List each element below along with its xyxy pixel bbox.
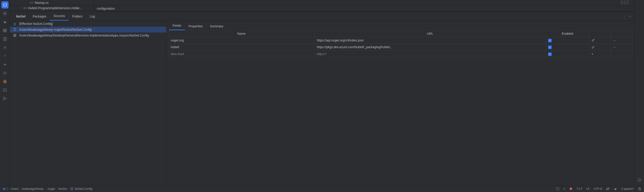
sync-icon — [13, 28, 16, 31]
services-tool-button[interactable] — [1, 35, 8, 43]
status-bar: ▣ / › Users › kwakuegyirbiney › .nuget ›… — [0, 185, 644, 192]
feed-url-cell[interactable]: https:// — [314, 51, 546, 58]
content-area: C# Startup.cs › C# Hubtel.ProgrammableSe… — [10, 0, 634, 185]
svg-rect-5 — [3, 29, 6, 30]
col-header-enabled: Enabled — [546, 31, 589, 37]
feed-enabled-checkbox[interactable]: ✓ — [548, 39, 552, 42]
svg-rect-7 — [3, 31, 6, 32]
config-file-icon — [70, 187, 73, 190]
lambda-icon[interactable]: λ — [564, 187, 565, 190]
feed-name-cell[interactable]: New feed — [168, 51, 314, 58]
feeds-tabstrip: Feeds Properties Summary — [166, 21, 634, 30]
svg-point-24 — [614, 188, 615, 189]
run-tool-button[interactable] — [1, 69, 8, 77]
encoding[interactable]: UTF-8 — [594, 187, 602, 190]
source-user-config[interactable]: /Users/kwakuegyirbiney/.nuget/NuGet/NuGe… — [10, 27, 166, 33]
source-label: [Effective NuGet.Config] — [19, 22, 53, 26]
copilot-status-icon[interactable] — [614, 187, 617, 191]
cursor-position[interactable]: 7:17 — [577, 187, 582, 190]
readonly-icon[interactable] — [606, 187, 610, 191]
csharp-project-icon: C# — [24, 7, 26, 10]
feed-name-cell[interactable]: hubtel — [168, 44, 314, 51]
nuget-tab-log[interactable]: Log — [86, 12, 98, 20]
status-ok-icon[interactable]: ✓ — [556, 187, 560, 191]
feeds-tab-summary[interactable]: Summary — [206, 22, 227, 30]
project-icon — [13, 34, 16, 37]
breadcrumb-item[interactable]: NuGet.Config — [75, 187, 92, 190]
breadcrumb-item[interactable]: / — [7, 187, 8, 190]
svg-rect-18 — [14, 34, 16, 37]
feed-url-cell[interactable]: https://api.nuget.org/v3/index.json — [314, 37, 546, 44]
source-project-config[interactable]: /Users/kwakuegyirbiney/Desktop/GeneralSe… — [10, 33, 166, 38]
feed-row[interactable]: nuget.org https://api.nuget.org/v3/index… — [168, 37, 632, 44]
feed-enabled-checkbox[interactable]: ✓ — [548, 52, 552, 56]
edit-icon[interactable] — [592, 39, 608, 42]
nuget-tab-folders[interactable]: Folders — [69, 12, 86, 20]
svg-point-13 — [4, 81, 5, 82]
feeds-tab-feeds[interactable]: Feeds — [169, 22, 185, 30]
breadcrumb-item[interactable]: Users — [11, 187, 18, 190]
remove-icon[interactable]: — — [613, 45, 616, 49]
breadcrumb-root-icon[interactable]: ▣ — [3, 187, 5, 190]
structure-tool-button[interactable] — [1, 27, 8, 34]
breadcrumb-item[interactable]: kwakuegyirbiney — [22, 187, 44, 190]
svg-point-2 — [4, 21, 5, 22]
svg-rect-9 — [5, 37, 6, 41]
minimap[interactable] — [620, 0, 634, 5]
settings-tool-button[interactable] — [1, 44, 8, 51]
chevron-right-icon: › — [45, 187, 46, 190]
project-tool-button[interactable] — [1, 1, 8, 9]
breadcrumb[interactable]: ▣ / › Users › kwakuegyirbiney › .nuget ›… — [3, 187, 92, 190]
feed-row[interactable]: hubtel https://pkgs.dev.azure.com/hubtel… — [168, 44, 632, 51]
tree-item-label: Hubtel.ProgrammableServices.Hollar... — [28, 6, 82, 10]
more-tool-button[interactable] — [1, 61, 8, 68]
indent-setting[interactable]: 2 spaces* — [621, 187, 634, 190]
chevron-right-icon: › — [56, 187, 57, 190]
error-shield-icon[interactable] — [569, 187, 573, 191]
line-ending[interactable]: LF — [586, 187, 590, 190]
edit-icon[interactable] — [592, 46, 608, 49]
svg-point-15 — [3, 97, 4, 98]
add-icon[interactable]: + — [592, 52, 593, 56]
problems-tool-button[interactable] — [1, 78, 8, 85]
vcs-tool-button[interactable] — [1, 95, 8, 102]
breadcrumb-item[interactable]: NuGet — [58, 187, 67, 190]
source-effective-config[interactable]: [Effective NuGet.Config] — [10, 21, 166, 27]
editor-tab-bar: C# Startup.cs — [10, 0, 634, 5]
download-icon — [13, 22, 16, 26]
feed-row-new[interactable]: New feed https:// ✓ + — [168, 51, 632, 58]
help-tool-button[interactable] — [1, 52, 8, 60]
breadcrumb-item[interactable]: .nuget — [47, 187, 55, 190]
col-header-url: URL — [314, 31, 546, 37]
svg-point-17 — [5, 98, 6, 99]
feed-name-cell[interactable]: nuget.org — [168, 37, 314, 44]
chevron-right-icon[interactable]: › — [22, 7, 22, 9]
editor-file-tab[interactable]: C# Startup.cs — [10, 0, 94, 5]
feed-enabled-checkbox[interactable]: ✓ — [548, 46, 552, 49]
editor-code-line[interactable]: configuration — [94, 5, 634, 12]
feed-url-cell[interactable]: https://pkgs.dev.azure.com/hubtel/_packa… — [314, 44, 546, 51]
svg-point-25 — [616, 188, 616, 189]
svg-point-3 — [5, 21, 6, 22]
svg-point-16 — [3, 99, 4, 100]
svg-point-20 — [638, 178, 641, 181]
remove-icon[interactable]: — — [613, 39, 616, 42]
minimize-panel-icon[interactable]: — — [628, 15, 632, 18]
feeds-tab-properties[interactable]: Properties — [185, 22, 206, 30]
svg-rect-14 — [3, 89, 6, 91]
more-options-icon[interactable]: ⋮ — [623, 15, 626, 18]
copilot-tool-button[interactable] — [1, 18, 8, 26]
nuget-tab-nuget[interactable]: NuGet — [12, 12, 29, 20]
svg-rect-26 — [614, 189, 616, 189]
commit-tool-button[interactable] — [1, 10, 8, 17]
svg-rect-21 — [71, 187, 73, 190]
terminal-tool-button[interactable] — [1, 86, 8, 94]
project-tree-row[interactable]: › C# Hubtel.ProgrammableServices.Hollar.… — [10, 5, 94, 11]
svg-point-22 — [71, 188, 72, 189]
assistant-tool-button[interactable] — [636, 176, 643, 183]
left-tool-sidebar — [0, 0, 10, 185]
nuget-tab-sources[interactable]: Sources — [50, 12, 68, 21]
lock-icon[interactable] — [638, 187, 641, 190]
chevron-right-icon: › — [9, 187, 10, 190]
nuget-tab-packages[interactable]: Packages — [29, 12, 50, 20]
